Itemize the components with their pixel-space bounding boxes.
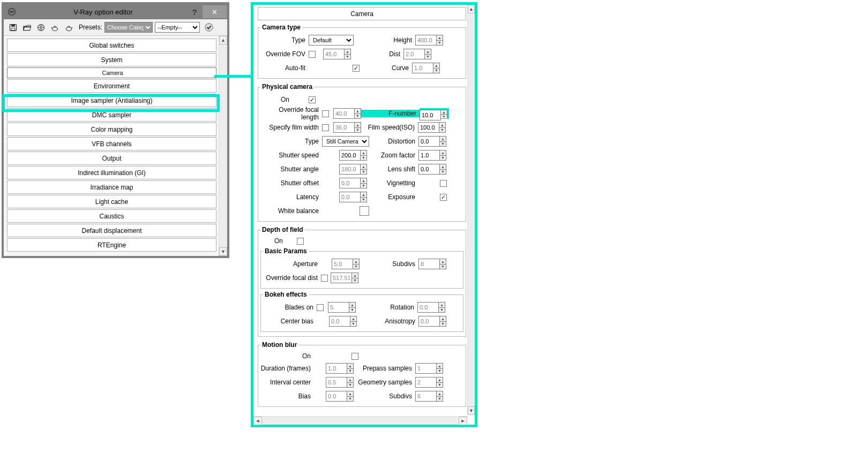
bottom-scrollbar[interactable]: ◄ ► [253,416,467,425]
prepass-spinner[interactable]: ▲▼ [415,363,443,374]
svg-point-7 [66,27,71,31]
toolbar: Presets: Choose Categ --Empty-- [4,19,227,36]
apply-preset-icon[interactable] [203,21,215,33]
autofit-checkbox[interactable] [353,65,360,72]
camera-detail-panel: Camera Camera type Type Default Height ▲… [251,2,477,427]
scroll-right-icon[interactable]: ► [459,417,467,425]
mb-bias-spinner[interactable]: ▲▼ [326,391,354,402]
section-light-cache[interactable]: Light cache [7,195,216,208]
mb-on-checkbox[interactable] [351,353,358,360]
group-camera-type: Camera type Type Default Height ▲▼ Overr… [258,24,466,79]
ofl-spinner[interactable]: ▲▼ [333,108,361,119]
shutter-angle-spinner[interactable]: ▲▼ [339,164,367,175]
right-scrollbar[interactable]: ▲ ▼ [467,5,475,415]
teapot-b-icon[interactable] [63,21,74,33]
shutter-speed-label: Shutter speed [260,152,322,159]
sfw-checkbox[interactable] [322,124,329,131]
ofl-checkbox[interactable] [322,110,329,117]
ofd-checkbox[interactable] [321,275,328,282]
geometry-samples-spinner[interactable]: ▲▼ [415,377,443,388]
interval-center-spinner[interactable]: ▲▼ [326,377,354,388]
iso-label: Film speed(ISO) [361,124,418,131]
duration-label: Duration (frames) [260,365,314,372]
section-rtengine[interactable]: RTEngine [7,238,216,252]
aperture-spinner[interactable]: ▲▼ [332,259,360,269]
iso-spinner[interactable]: ▲▼ [418,122,446,133]
interval-center-label: Interval center [260,379,314,386]
ofl-label: Override focal length [260,106,322,121]
sfw-spinner[interactable]: ▲▼ [333,122,361,133]
help-button[interactable]: ? [186,7,203,17]
anisotropy-spinner[interactable]: ▲▼ [418,316,446,327]
rotation-label: Rotation [356,304,417,311]
override-fov-spinner[interactable]: ▲▼ [323,49,351,59]
section-image-sampler[interactable]: Image sampler (Antialiasing) [7,94,216,107]
camera-type-select[interactable]: Default [309,35,354,46]
presets-select[interactable]: Choose Categ [104,22,153,33]
app-icon [7,7,17,17]
section-environment[interactable]: Environment [7,79,216,93]
section-color-mapping[interactable]: Color mapping [7,123,216,136]
lens-shift-spinner[interactable]: ▲▼ [418,164,446,175]
section-default-displacement[interactable]: Default displacement [7,224,216,237]
section-dmc-sampler[interactable]: DMC sampler [7,108,216,122]
open-icon[interactable] [21,21,33,33]
section-output[interactable]: Output [7,152,216,165]
zoom-spinner[interactable]: ▲▼ [418,150,446,161]
camera-panel-header[interactable]: Camera [258,7,466,20]
distortion-spinner[interactable]: ▲▼ [418,136,446,147]
section-irradiance-map[interactable]: Irradiance map [7,180,216,194]
anisotropy-label: Anisotropy [357,318,418,325]
section-global-switches[interactable]: Global switches [7,39,216,52]
phys-type-select[interactable]: Still Camera [322,136,369,147]
scroll-down-icon[interactable]: ▼ [468,406,475,415]
blades-spinner[interactable]: ▲▼ [328,302,356,313]
duration-spinner[interactable]: ▲▼ [326,363,354,374]
svg-point-8 [205,24,213,31]
latency-spinner[interactable]: ▲▼ [339,192,367,202]
override-fov-label: Override FOV [260,50,309,58]
shutter-speed-spinner[interactable]: ▲▼ [339,150,367,161]
exposure-checkbox[interactable] [440,194,447,201]
rotation-spinner[interactable]: ▲▼ [417,302,445,313]
dof-on-label: On [260,237,286,245]
phys-on-checkbox[interactable] [309,96,316,103]
section-camera[interactable]: Camera [7,67,216,78]
mb-on-label: On [260,352,314,360]
blades-checkbox[interactable] [317,304,324,311]
subdivs-spinner[interactable]: ▲▼ [418,259,446,269]
globe-icon[interactable] [35,21,47,33]
scroll-up-icon[interactable]: ▲ [468,5,475,13]
shutter-offset-spinner[interactable]: ▲▼ [339,178,367,188]
phys-type-label: Type [260,138,322,145]
teapot-a-icon[interactable] [49,21,61,33]
prepass-label: Prepass samples [354,365,415,372]
section-system[interactable]: System [7,53,216,66]
phys-on-label: On [260,96,293,103]
scroll-down-icon[interactable]: ▼ [219,247,227,256]
dof-on-checkbox[interactable] [297,238,304,245]
height-spinner[interactable]: ▲▼ [415,35,443,46]
scroll-left-icon[interactable]: ◄ [253,417,262,425]
save-icon[interactable] [7,21,19,33]
preset-slot-select[interactable]: --Empty-- [155,22,200,33]
section-caustics[interactable]: Caustics [7,209,216,223]
legend-motion-blur: Motion blur [260,341,298,349]
white-balance-swatch[interactable] [360,206,369,216]
section-gi[interactable]: Indirect illumination (GI) [7,166,216,179]
override-fov-checkbox[interactable] [309,51,316,58]
left-scrollbar[interactable]: ▲ ▼ [219,36,227,256]
close-button[interactable]: ✕ [203,5,227,18]
section-vfb-channels[interactable]: VFB channels [7,137,216,150]
mb-subdivs-spinner[interactable]: ▲▼ [415,391,443,402]
ofd-spinner[interactable]: ▲▼ [331,273,358,283]
svg-rect-1 [10,11,13,13]
curve-spinner[interactable]: ▲▼ [412,63,440,73]
vignetting-checkbox[interactable] [440,180,447,187]
zoom-label: Zoom factor [367,152,418,159]
mb-bias-label: Bias [260,392,314,400]
center-bias-spinner[interactable]: ▲▼ [329,316,357,327]
dist-spinner[interactable]: ▲▼ [403,49,431,59]
fnumber-spinner[interactable]: ▲▼ [420,108,449,119]
scroll-up-icon[interactable]: ▲ [219,36,227,44]
